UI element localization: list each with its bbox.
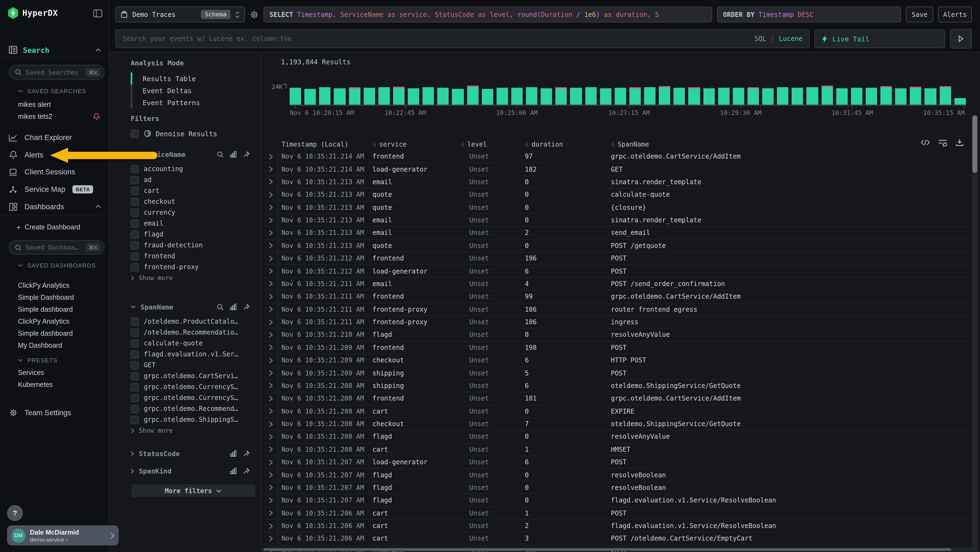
sidebar-item-client-sessions[interactable]: Client Sessions bbox=[0, 163, 109, 181]
filter-checkbox[interactable] bbox=[130, 165, 139, 173]
user-menu[interactable]: DM Dale McDiarmid demo-service - bbox=[7, 525, 119, 546]
filter-search-icon[interactable] bbox=[217, 303, 224, 310]
sidebar-collapse-icon[interactable] bbox=[93, 9, 102, 17]
histogram-bar[interactable] bbox=[349, 87, 360, 105]
table-row[interactable]: Nov 6 10:35:21.214 AMload-generatorUnset… bbox=[264, 163, 971, 176]
saved-search-item[interactable]: mikes alert bbox=[18, 100, 103, 110]
table-row[interactable]: Nov 6 10:35:21.211 AMfrontendUnset99grpc… bbox=[264, 290, 971, 303]
histogram-bar[interactable] bbox=[615, 88, 626, 105]
servicename-filter-item[interactable]: email bbox=[130, 218, 250, 229]
histogram-bar[interactable] bbox=[910, 87, 921, 105]
spanname-filter-item[interactable]: grpc.oteldemo.CurrencyS… bbox=[130, 392, 250, 403]
source-select[interactable]: Demo Traces Schema bbox=[115, 6, 245, 22]
drag-handle-icon[interactable]: ⠿ bbox=[525, 141, 529, 147]
spanname-filter-item[interactable]: GET bbox=[130, 360, 250, 370]
row-expand-chevron-icon[interactable] bbox=[264, 319, 278, 325]
filter-checkbox[interactable] bbox=[130, 339, 139, 348]
download-icon[interactable] bbox=[956, 139, 964, 147]
spanname-filter-item[interactable]: /oteldemo.ProductCatalo… bbox=[130, 316, 250, 327]
servicename-filter-item[interactable]: ad bbox=[130, 174, 250, 185]
analysis-mode-results-table[interactable]: Results Table bbox=[130, 72, 250, 85]
sql-select-input[interactable]: SELECT Timestamp, ServiceName as service… bbox=[264, 6, 712, 22]
run-query-button[interactable] bbox=[950, 29, 972, 48]
spanname-filter-item[interactable]: calculate-quote bbox=[130, 338, 250, 349]
histogram-bar[interactable] bbox=[895, 88, 907, 105]
analysis-mode-event-deltas[interactable]: Event Deltas bbox=[130, 85, 250, 96]
event-search-input[interactable]: Search your events w/ Lucene ex. column:… bbox=[115, 29, 810, 48]
table-row[interactable]: Nov 6 10:35:21.213 AMquoteUnset0calculat… bbox=[264, 188, 971, 201]
filter-checkbox[interactable] bbox=[130, 241, 139, 249]
histogram-bar[interactable] bbox=[939, 86, 951, 105]
sidebar-item-team-settings[interactable]: Team Settings bbox=[0, 404, 109, 421]
table-row[interactable]: Nov 6 10:35:21.206 AMcartUnset1POST bbox=[264, 507, 971, 520]
histogram-bar[interactable] bbox=[319, 87, 331, 105]
denoise-results-option[interactable]: Denoise Results bbox=[130, 128, 250, 139]
denoise-checkbox[interactable] bbox=[130, 129, 139, 137]
histogram-bar[interactable] bbox=[718, 88, 729, 105]
table-row[interactable]: Nov 6 10:35:21.211 AMemailUnset4POST /se… bbox=[264, 278, 971, 291]
filter-pin-icon[interactable] bbox=[243, 151, 250, 158]
preset-dashboard-item[interactable]: Services bbox=[18, 368, 103, 378]
row-expand-chevron-icon[interactable] bbox=[264, 204, 278, 211]
view-code-icon[interactable] bbox=[921, 139, 930, 146]
alerts-button[interactable]: Alerts bbox=[938, 6, 972, 22]
header-level[interactable]: ⠿level bbox=[460, 140, 524, 148]
table-row[interactable]: Nov 6 10:35:21.207 AMflagdUnset0flagd.ev… bbox=[264, 494, 971, 507]
row-expand-chevron-icon[interactable] bbox=[264, 523, 278, 529]
saved-dashboard-item[interactable]: ClickPy Analytics bbox=[18, 317, 103, 326]
filter-search-icon[interactable] bbox=[217, 151, 224, 158]
filter-checkbox[interactable] bbox=[130, 198, 139, 206]
filter-checkbox[interactable] bbox=[130, 219, 139, 228]
filter-checkbox[interactable] bbox=[130, 361, 139, 369]
drag-handle-icon[interactable]: ⠿ bbox=[461, 141, 465, 147]
header-spanname[interactable]: ⠿SpanName bbox=[610, 140, 971, 148]
spanname-filter-item[interactable]: grpc.oteldemo.CurrencyS… bbox=[130, 381, 250, 392]
histogram-bar[interactable] bbox=[423, 87, 434, 105]
servicename-filter-item[interactable]: cart bbox=[130, 185, 250, 196]
row-expand-chevron-icon[interactable] bbox=[264, 281, 278, 287]
table-row[interactable]: Nov 6 10:35:21.208 AMfrontendUnset101grp… bbox=[264, 392, 971, 405]
row-expand-chevron-icon[interactable] bbox=[264, 357, 278, 363]
histogram-bar[interactable] bbox=[629, 87, 641, 105]
chevron-up-icon[interactable] bbox=[95, 205, 101, 208]
sidebar-item-dashboards[interactable]: Dashboards bbox=[0, 198, 109, 215]
row-expand-chevron-icon[interactable] bbox=[264, 243, 278, 249]
table-row[interactable]: Nov 6 10:35:21.207 AMflagdUnset0resolveB… bbox=[264, 482, 971, 495]
row-expand-chevron-icon[interactable] bbox=[264, 396, 278, 402]
histogram-bar[interactable] bbox=[408, 88, 419, 105]
histogram-bar[interactable] bbox=[703, 88, 714, 105]
histogram-bar[interactable] bbox=[511, 88, 523, 105]
row-expand-chevron-icon[interactable] bbox=[264, 332, 278, 338]
sidebar-item-search[interactable]: Search bbox=[0, 43, 109, 57]
servicename-filter-item[interactable]: fraud-detection bbox=[130, 240, 250, 250]
histogram-bar[interactable] bbox=[880, 86, 892, 105]
histogram-bar[interactable] bbox=[304, 89, 316, 105]
table-row[interactable]: Nov 6 10:35:21.209 AMfrontendUnset198POS… bbox=[264, 341, 971, 354]
table-row[interactable]: Nov 6 10:35:21.208 AMflagdUnset0resolveA… bbox=[264, 431, 971, 444]
table-row[interactable]: Nov 6 10:35:21.209 AMshippingUnset5POST bbox=[264, 367, 971, 380]
table-row[interactable]: Nov 6 10:35:21.208 AMcartUnset0EXPIRE bbox=[264, 405, 971, 418]
header-service[interactable]: ⠿service bbox=[371, 140, 460, 148]
row-expand-chevron-icon[interactable] bbox=[264, 217, 278, 223]
table-row[interactable]: Nov 6 10:35:21.213 AMquoteUnset0POST /ge… bbox=[264, 239, 971, 252]
histogram-bar[interactable] bbox=[836, 88, 848, 105]
row-expand-chevron-icon[interactable] bbox=[264, 192, 278, 198]
filter-checkbox[interactable] bbox=[130, 187, 139, 195]
row-expand-chevron-icon[interactable] bbox=[264, 408, 278, 414]
histogram-bar[interactable] bbox=[925, 88, 936, 105]
filter-checkbox[interactable] bbox=[130, 394, 139, 402]
servicename-filter-item[interactable]: frontend-proxy bbox=[130, 262, 250, 273]
saved-searches-input[interactable]: Saved Searches ⌘K bbox=[9, 65, 105, 80]
saved-dashboard-item[interactable]: Simple dashboard bbox=[18, 329, 103, 338]
order-by-input[interactable]: ORDER BY Timestamp DESC bbox=[717, 6, 901, 22]
servicename-filter-item[interactable]: currency bbox=[130, 207, 250, 218]
row-expand-chevron-icon[interactable] bbox=[264, 255, 278, 261]
chevron-up-icon[interactable] bbox=[95, 48, 101, 51]
histogram-bar[interactable] bbox=[600, 88, 611, 105]
filter-pin-icon[interactable] bbox=[243, 303, 250, 310]
histogram-bar[interactable] bbox=[290, 88, 301, 105]
table-row[interactable]: Nov 6 10:35:21.212 AMload-generatorUnset… bbox=[264, 265, 971, 278]
histogram-bar[interactable] bbox=[393, 87, 404, 105]
histogram-bar[interactable] bbox=[438, 88, 449, 105]
saved-search-item[interactable]: mikes tets2 bbox=[18, 112, 103, 121]
